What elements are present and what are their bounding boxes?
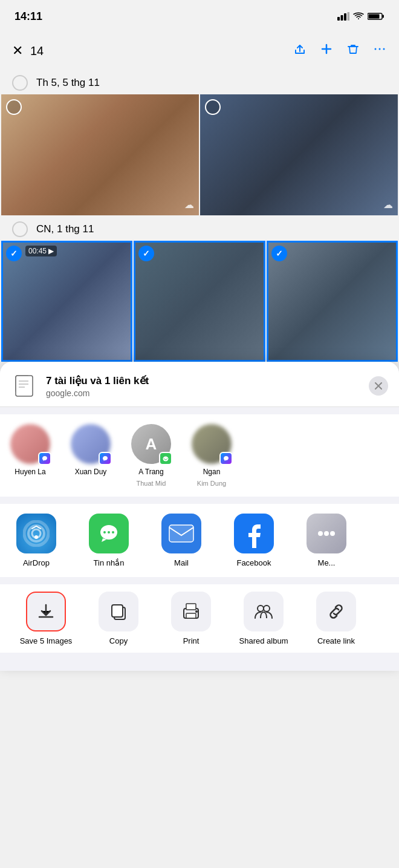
svg-point-38 <box>195 610 198 613</box>
select-check-5: ✓ <box>271 246 287 261</box>
share-file-icon <box>11 373 37 399</box>
contact-item-3[interactable]: Ngan Kim Dung <box>181 424 242 487</box>
svg-point-7 <box>375 48 377 50</box>
contact-item-1[interactable]: Xuan Duy <box>60 424 121 487</box>
more-button[interactable] <box>372 42 387 60</box>
toolbar-right <box>293 42 387 60</box>
share-title: 7 tài liệu và 1 liên kết <box>46 374 360 387</box>
save-label: Save 5 Images <box>20 636 73 645</box>
toolbar: ✕ 14 <box>0 33 399 69</box>
copy-label: Copy <box>109 636 128 645</box>
app-label-mail: Mail <box>174 558 189 567</box>
delete-button[interactable] <box>346 42 360 60</box>
svg-rect-11 <box>16 376 33 396</box>
share-title-block: 7 tài liệu và 1 liên kết google.com <box>46 374 360 398</box>
app-label-messages: Tin nhắn <box>94 558 125 567</box>
svg-point-8 <box>379 48 381 50</box>
svg-point-40 <box>264 605 270 612</box>
airdrop-icon <box>16 514 56 553</box>
app-item-facebook[interactable]: Facebook <box>218 514 290 567</box>
photo-cell-3[interactable]: ✓ 00:45 ▶ <box>1 241 132 362</box>
svg-rect-5 <box>383 15 384 18</box>
app-item-mail[interactable]: Mail <box>145 514 218 567</box>
app-label-more: Me... <box>318 558 336 567</box>
date-header-1: Th 5, 5 thg 11 <box>0 69 399 94</box>
photo-cell-5[interactable]: ✓ <box>267 241 398 362</box>
battery-icon <box>368 12 384 21</box>
action-item-save[interactable]: Save 5 Images <box>10 584 82 653</box>
more-apps-icon <box>307 514 346 553</box>
date-label-1: Th 5, 5 thg 11 <box>36 77 100 89</box>
date-label-2: CN, 1 thg 11 <box>36 223 94 235</box>
date-select-circle-1[interactable] <box>12 75 28 91</box>
wifi-icon <box>353 12 364 21</box>
share-button[interactable] <box>293 42 307 60</box>
app-item-airdrop[interactable]: AirDrop <box>0 514 73 567</box>
copy-icon-box <box>99 592 138 631</box>
svg-rect-36 <box>186 613 196 618</box>
contact-sub-3: Kim Dung <box>197 480 226 487</box>
contact-badge-0 <box>38 452 51 465</box>
svg-point-26 <box>108 531 110 534</box>
select-circle-1 <box>6 99 22 115</box>
cloud-icon-2: ☁ <box>383 199 393 210</box>
svg-rect-28 <box>169 525 193 542</box>
contact-name-1: Xuan Duy <box>75 468 107 476</box>
svg-point-30 <box>318 531 323 536</box>
apps-row: AirDrop Tin nhắn <box>0 504 399 577</box>
select-check-3: ✓ <box>6 246 22 261</box>
shared-album-icon-box <box>244 592 284 631</box>
share-sheet: 7 tài liệu và 1 liên kết google.com Huye… <box>0 362 399 671</box>
save-icon-box <box>26 592 66 631</box>
print-icon-box <box>171 592 211 631</box>
svg-rect-2 <box>344 13 346 21</box>
contact-badge-2 <box>159 452 172 465</box>
svg-rect-3 <box>348 12 350 21</box>
contact-avatar-2: A <box>131 424 171 464</box>
photo-area: Th 5, 5 thg 11 ☁ ☁ CN, 1 thg 11 ✓ 00:45 … <box>0 69 399 362</box>
action-item-print[interactable]: Print <box>155 584 227 653</box>
contact-avatar-3 <box>192 424 232 464</box>
svg-rect-37 <box>186 604 196 610</box>
svg-point-25 <box>103 531 106 534</box>
contact-name-0: Huyen La <box>15 468 45 476</box>
contact-item-0[interactable]: Huyen La <box>0 424 60 487</box>
facebook-icon <box>234 514 274 553</box>
action-item-create-link[interactable]: Create link <box>300 584 372 653</box>
share-close-button[interactable] <box>369 376 388 396</box>
contact-item-2[interactable]: A A Trang Thuat Mid <box>121 424 181 487</box>
status-icons <box>337 12 384 21</box>
selection-count: 14 <box>30 44 44 58</box>
add-button[interactable] <box>319 42 334 60</box>
app-label-facebook: Facebook <box>236 558 271 567</box>
app-label-airdrop: AirDrop <box>23 558 50 567</box>
svg-point-9 <box>383 48 385 50</box>
photo-cell-2[interactable]: ☁ <box>200 94 398 215</box>
contacts-row: Huyen La Xuan Duy A <box>0 414 399 497</box>
messages-icon <box>89 514 129 553</box>
svg-point-31 <box>324 531 329 536</box>
action-item-copy[interactable]: Copy <box>82 584 155 653</box>
app-item-more[interactable]: Me... <box>290 514 363 567</box>
date-select-circle-2[interactable] <box>12 221 28 237</box>
select-circle-2 <box>205 99 221 115</box>
photo-cell-1[interactable]: ☁ <box>1 94 199 215</box>
close-button[interactable]: ✕ <box>12 43 23 59</box>
print-label: Print <box>183 636 199 645</box>
svg-rect-1 <box>341 15 343 21</box>
share-subtitle: google.com <box>46 388 360 398</box>
date-header-2: CN, 1 thg 11 <box>0 215 399 241</box>
actions-row: Save 5 Images Copy <box>0 584 399 653</box>
contact-sub-2: Thuat Mid <box>137 480 166 487</box>
svg-point-22 <box>34 535 38 539</box>
actions-grid: Save 5 Images Copy <box>10 584 389 653</box>
status-bar: 14:11 <box>0 0 399 33</box>
contact-name-2: A Trang <box>138 468 163 476</box>
share-header: 7 tài liệu và 1 liên kết google.com <box>0 362 399 407</box>
svg-rect-34 <box>112 605 123 617</box>
cloud-icon-1: ☁ <box>184 199 194 210</box>
photo-cell-4[interactable]: ✓ <box>134 241 265 362</box>
app-item-messages[interactable]: Tin nhắn <box>73 514 145 567</box>
contact-badge-1 <box>99 452 112 465</box>
action-item-shared-album[interactable]: Shared album <box>227 584 300 653</box>
